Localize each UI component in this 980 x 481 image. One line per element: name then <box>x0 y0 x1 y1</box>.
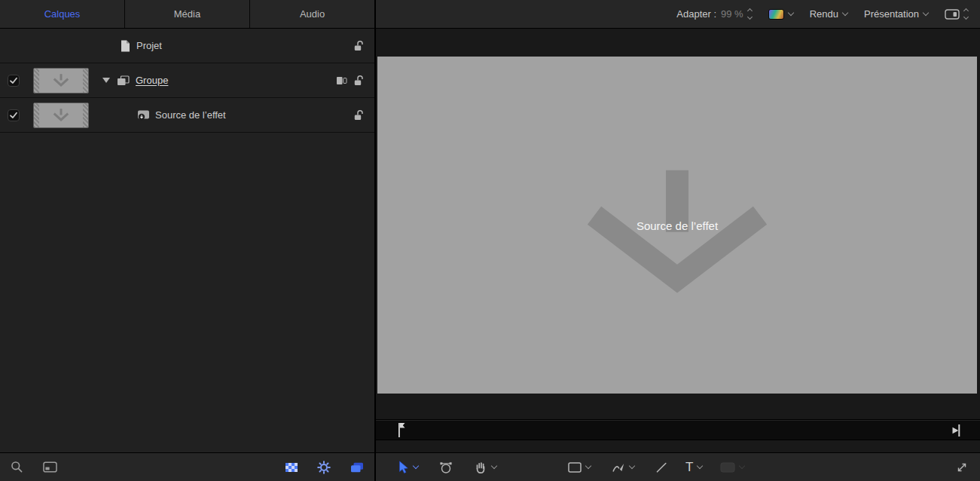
chevron-down-icon <box>629 462 635 468</box>
chevron-down-icon <box>842 9 848 15</box>
layers-icon[interactable] <box>350 462 364 473</box>
display-layout-control[interactable] <box>945 9 968 20</box>
layers-panel: Calques Média Audio Projet <box>0 0 376 481</box>
chevron-down-icon <box>585 462 591 468</box>
shape-tool[interactable] <box>568 462 591 473</box>
bezier-circle-icon <box>439 461 453 474</box>
tab-calques[interactable]: Calques <box>0 0 125 28</box>
line-tool[interactable] <box>655 461 667 473</box>
paint-stroke-icon <box>612 461 625 473</box>
view-menu[interactable]: Présentation <box>864 8 928 20</box>
chevron-down-icon <box>787 9 793 15</box>
mini-timeline-track[interactable] <box>376 419 980 440</box>
visibility-checkbox[interactable] <box>8 75 20 87</box>
pan-tool[interactable] <box>474 461 496 474</box>
motion-window: Calques Média Audio Projet <box>0 0 980 481</box>
chevron-down-icon <box>491 462 497 468</box>
playhead-marker-icon[interactable] <box>397 422 406 438</box>
chevron-down-icon <box>697 462 703 468</box>
panel-tabbar: Calques Média Audio <box>0 0 374 29</box>
select-tool[interactable] <box>398 461 418 473</box>
row-label-source: Source de l’effet <box>155 109 226 121</box>
canvas[interactable]: Source de l’effet <box>377 57 977 394</box>
gear-icon[interactable] <box>317 461 331 474</box>
search-icon[interactable] <box>11 461 23 473</box>
zoom-label: Adapter : <box>676 8 716 20</box>
thumbnail-arrow-icon <box>52 108 70 122</box>
disclosure-triangle-icon[interactable] <box>102 78 110 83</box>
layers-list: Projet <box>0 29 374 452</box>
render-label: Rendu <box>810 8 838 20</box>
row-projet[interactable]: Projet <box>0 29 374 63</box>
expand-diagonal-icon <box>956 461 968 473</box>
chevron-down-icon <box>739 462 745 468</box>
thumbnail-arrow-icon <box>52 73 70 87</box>
paint-stroke-tool[interactable] <box>612 461 634 473</box>
text-tool-glyph: T <box>685 461 693 473</box>
group-2d-indicator-icon[interactable] <box>336 76 347 85</box>
unlock-icon[interactable] <box>354 75 364 86</box>
line-icon <box>655 461 667 473</box>
viewer-area: Source de l’effet <box>376 29 980 452</box>
text-tool[interactable]: T <box>685 461 702 473</box>
image-well-icon <box>720 462 735 473</box>
unlock-icon[interactable] <box>354 109 364 121</box>
rectangle-icon <box>568 462 582 473</box>
canvas-toolbar: T <box>376 452 980 481</box>
cursor-arrow-icon <box>398 461 409 473</box>
thumbnails-toggle-icon[interactable] <box>43 461 57 473</box>
unlock-icon[interactable] <box>354 40 364 51</box>
color-swatch-icon <box>768 9 784 20</box>
fullscreen-button[interactable] <box>956 461 968 473</box>
zoom-fit-control[interactable]: Adapter : 99 % <box>676 8 751 20</box>
row-label-projet: Projet <box>136 40 162 51</box>
chevron-down-icon <box>413 462 419 468</box>
hand-icon <box>474 461 487 474</box>
row-label-groupe: Groupe <box>136 75 168 86</box>
image-mask-tool[interactable] <box>720 462 744 473</box>
tab-audio[interactable]: Audio <box>250 0 374 28</box>
zoom-stepper[interactable] <box>748 9 752 19</box>
effect-source-icon <box>137 109 150 121</box>
zoom-value: 99 % <box>721 8 743 20</box>
channels-swatch-control[interactable] <box>768 9 793 20</box>
layer-thumbnail[interactable] <box>33 103 89 128</box>
layers-panel-bottombar <box>0 452 374 481</box>
tab-media[interactable]: Média <box>125 0 250 28</box>
project-file-icon <box>121 40 130 52</box>
transparency-checkerboard-icon[interactable] <box>285 463 298 472</box>
group-icon <box>117 75 130 86</box>
layer-thumbnail[interactable] <box>33 68 89 93</box>
view-label: Présentation <box>864 8 919 20</box>
visibility-checkbox[interactable] <box>8 109 20 121</box>
render-menu[interactable]: Rendu <box>810 8 847 20</box>
row-groupe[interactable]: Groupe <box>0 63 374 98</box>
chevron-down-icon <box>923 9 929 15</box>
display-stepper[interactable] <box>964 9 968 19</box>
placeholder-label: Source de l’effet <box>637 219 718 231</box>
row-source-effet[interactable]: Source de l’effet <box>0 98 374 133</box>
viewer-toolbar: Adapter : 99 % Rendu Présentation <box>376 0 980 29</box>
edit-points-tool[interactable] <box>439 461 453 474</box>
display-icon <box>945 9 960 20</box>
end-marker-icon[interactable] <box>951 424 960 437</box>
viewer-panel: Adapter : 99 % Rendu Présentation <box>376 0 980 481</box>
